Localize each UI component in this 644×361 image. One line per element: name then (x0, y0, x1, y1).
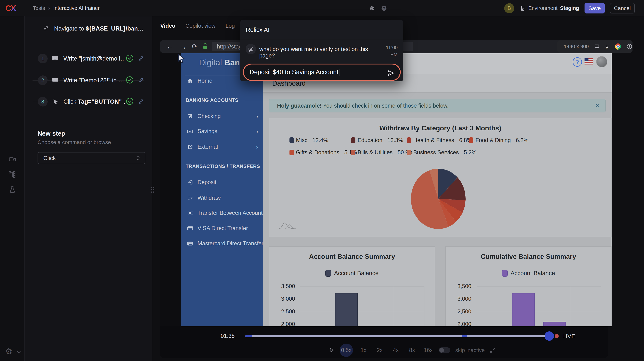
flow-tree-icon[interactable] (0, 170, 24, 178)
linux-icon (605, 43, 610, 49)
bank-section-accounts: BANKING ACCOUNTS (186, 97, 238, 103)
edit-step-icon[interactable] (137, 98, 144, 106)
bar-chart-title: Account Balance Summary (269, 253, 435, 260)
bar-plot (477, 286, 601, 326)
bar (543, 322, 566, 326)
environment-label: Environment (528, 5, 558, 11)
speed-option-16x[interactable]: 16x (422, 347, 434, 354)
step-row-1[interactable]: 1 Write "jsmith@demo.i… (24, 48, 152, 69)
command-select[interactable]: Click (38, 152, 145, 164)
divider (32, 43, 144, 43)
chevron-right-icon: › (256, 128, 258, 135)
credit-card-icon (187, 241, 194, 247)
skip-inactive-toggle[interactable] (439, 347, 450, 353)
video-viewport[interactable]: Digital Bank Home BANKING ACCOUNTS Check… (160, 53, 612, 326)
tab-video[interactable]: Video (160, 23, 176, 29)
settings-gear-icon[interactable]: ⚙ (5, 347, 12, 356)
environment-selector[interactable]: Environment Staging (520, 5, 579, 11)
alert-close-icon[interactable]: × (595, 101, 599, 110)
new-step-subtitle: Choose a command or browse (38, 139, 111, 145)
bank-nav-deposit[interactable]: Deposit (180, 177, 263, 188)
speed-option-4x[interactable]: 4x (390, 347, 402, 354)
alert-banner: Holy guacamole! You should check in on s… (269, 99, 606, 112)
tab-log[interactable]: Log (226, 23, 235, 29)
help-icon[interactable]: ? (379, 3, 389, 13)
chrome-icon (615, 43, 621, 49)
bank-user-avatar[interactable] (596, 56, 607, 67)
live-label: LIVE (562, 333, 575, 340)
back-icon[interactable]: ← (166, 43, 174, 50)
select-chevrons-icon (136, 155, 141, 161)
step-label: Write "jsmith@demo.i… (64, 55, 126, 62)
speed-option-0.5x[interactable]: 0.5x (340, 344, 353, 357)
bank-nav-checking[interactable]: Checking › (180, 110, 263, 122)
chevron-down-icon[interactable] (16, 349, 22, 356)
bank-nav-savings[interactable]: Savings › (180, 126, 263, 137)
user-avatar[interactable]: B (504, 3, 514, 13)
y-tick: 2,500 (281, 308, 295, 315)
chart-legend: Account Balance (269, 270, 435, 277)
lock-icon (202, 42, 209, 50)
breadcrumb-tests-link[interactable]: Tests (33, 5, 45, 11)
bank-nav-withdraw[interactable]: Withdraw (180, 192, 263, 204)
left-icon-rail: ⚙ + (0, 16, 24, 361)
step-label: Write "Demo123!" in … (64, 77, 126, 84)
legend-label: Account Balance (510, 270, 555, 277)
new-step-title: New step (38, 130, 65, 137)
bank-nav-mastercard-transfer[interactable]: Mastercard Direct Transfer (180, 238, 263, 249)
progress-handle[interactable] (545, 331, 554, 341)
reload-icon[interactable]: ⟳ (192, 43, 197, 50)
click-icon (52, 98, 59, 106)
bank-content: Holy guacamole! You should check in on s… (263, 92, 612, 326)
save-button[interactable]: Save (584, 3, 605, 13)
video-player-bar: 01:38 LIVE 0.5x1x2x4x8x16x skip inactive (160, 326, 608, 358)
step-number: 2 (38, 75, 48, 85)
us-flag-icon[interactable] (584, 58, 593, 64)
panel-resize-handle[interactable] (150, 187, 154, 193)
bank-main: ? Dashboard Holy guacamole! You should c… (263, 53, 612, 326)
progress-event-marker (462, 335, 467, 337)
breadcrumb: Tests › Interactive AI trainer (33, 0, 100, 16)
speed-option-2x[interactable]: 2x (374, 347, 385, 354)
cancel-button[interactable]: Cancel (610, 3, 635, 13)
topbar: CX Tests › Interactive AI trainer ? B En… (0, 0, 644, 16)
bug-report-icon[interactable] (367, 3, 376, 13)
step-row-3[interactable]: 3 Click Tag="BUTTON" … (24, 91, 152, 112)
home-icon (187, 78, 194, 84)
edit-step-icon[interactable] (137, 76, 144, 84)
info-icon[interactable] (626, 43, 632, 50)
tab-copilot-view[interactable]: Copilot view (186, 23, 216, 29)
bank-nav-external[interactable]: External › (180, 141, 263, 153)
app-logo[interactable]: CX (6, 0, 16, 16)
legend-swatch (502, 270, 508, 277)
recorded-cursor-icon (176, 53, 186, 65)
edit-step-icon[interactable] (137, 55, 144, 62)
forward-icon[interactable]: → (180, 43, 187, 50)
speed-option-1x[interactable]: 1x (358, 347, 369, 354)
prompt-input[interactable]: Deposit $40 to Savings Account (243, 63, 401, 81)
legend-swatch (326, 270, 331, 277)
bank-nav-transfer[interactable]: Transfer Between Accounts (180, 207, 263, 219)
play-icon[interactable] (328, 347, 334, 353)
step-success-icon (126, 76, 134, 85)
navigate-step[interactable]: Navigate to ${BASE_URL}/ban… (24, 18, 152, 39)
shuffle-icon (187, 210, 194, 216)
topbar-actions: B Environment Staging Save Cancel (504, 0, 635, 16)
bank-help-icon[interactable]: ? (573, 57, 582, 67)
send-icon[interactable] (387, 69, 395, 78)
command-select-value: Click (43, 155, 56, 161)
step-label: Click Tag="BUTTON" … (64, 98, 126, 105)
progress-track[interactable] (245, 335, 549, 337)
text-caret (339, 69, 340, 76)
link-icon (42, 25, 49, 32)
chevron-right-icon: › (256, 143, 258, 150)
logo-x: X (11, 4, 16, 13)
speed-option-8x[interactable]: 8x (406, 347, 418, 354)
sign-out-icon (187, 195, 194, 201)
step-row-2[interactable]: 2 Write "Demo123!" in … (24, 69, 152, 91)
test-flask-icon[interactable] (0, 186, 24, 193)
y-tick: 3,500 (281, 283, 295, 290)
recording-camera-icon[interactable] (0, 155, 24, 163)
fullscreen-icon[interactable] (490, 347, 496, 353)
bank-nav-visa-transfer[interactable]: VISA Direct Transfer (180, 223, 263, 234)
